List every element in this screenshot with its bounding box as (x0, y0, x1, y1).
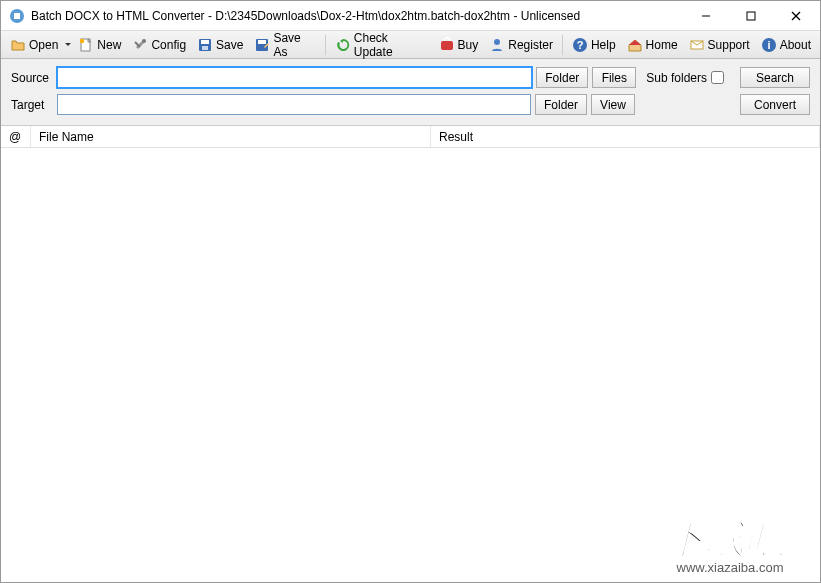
about-label: About (780, 38, 811, 52)
svg-rect-14 (441, 41, 453, 50)
column-at[interactable]: @ (1, 126, 31, 147)
svg-rect-1 (14, 13, 20, 19)
source-files-button[interactable]: Files (592, 67, 636, 88)
buy-label: Buy (458, 38, 479, 52)
sub-folders-label[interactable]: Sub folders (646, 71, 724, 85)
new-icon (78, 37, 94, 53)
check-update-label: Check Update (354, 31, 428, 59)
toolbar: Open New Config Save Save As Check Updat… (1, 31, 820, 59)
svg-rect-11 (202, 46, 208, 50)
about-button[interactable]: i About (756, 34, 816, 56)
save-as-icon (254, 37, 270, 53)
form-area: Source Folder Files Sub folders Search T… (1, 59, 820, 126)
home-icon (627, 37, 643, 53)
svg-text:?: ? (577, 39, 584, 51)
save-icon (197, 37, 213, 53)
home-label: Home (646, 38, 678, 52)
open-dropdown[interactable] (64, 41, 72, 49)
convert-button[interactable]: Convert (740, 94, 810, 115)
home-button[interactable]: Home (622, 34, 683, 56)
open-button[interactable]: Open (5, 34, 63, 56)
svg-rect-13 (258, 40, 266, 44)
sub-folders-checkbox[interactable] (711, 71, 724, 84)
maximize-button[interactable] (728, 2, 773, 30)
help-button[interactable]: ? Help (567, 34, 621, 56)
register-button[interactable]: Register (484, 34, 558, 56)
buy-icon (439, 37, 455, 53)
column-result[interactable]: Result (431, 126, 820, 147)
check-update-button[interactable]: Check Update (330, 28, 433, 62)
toolbar-separator (562, 35, 563, 55)
svg-rect-10 (201, 40, 209, 44)
minimize-button[interactable] (683, 2, 728, 30)
target-input[interactable] (57, 94, 531, 115)
window-title: Batch DOCX to HTML Converter - D:\2345Do… (31, 9, 683, 23)
new-button[interactable]: New (73, 34, 126, 56)
svg-point-8 (142, 39, 146, 43)
open-icon (10, 37, 26, 53)
support-icon (689, 37, 705, 53)
support-label: Support (708, 38, 750, 52)
svg-rect-3 (747, 12, 755, 20)
register-icon (489, 37, 505, 53)
save-label: Save (216, 38, 243, 52)
target-folder-button[interactable]: Folder (535, 94, 587, 115)
target-view-button[interactable]: View (591, 94, 635, 115)
help-icon: ? (572, 37, 588, 53)
config-label: Config (151, 38, 186, 52)
open-label: Open (29, 38, 58, 52)
buy-button[interactable]: Buy (434, 34, 484, 56)
svg-point-15 (494, 39, 500, 45)
source-folder-button[interactable]: Folder (536, 67, 588, 88)
source-input[interactable] (57, 67, 532, 88)
column-filename[interactable]: File Name (31, 126, 431, 147)
config-icon (132, 37, 148, 53)
search-button[interactable]: Search (740, 67, 810, 88)
register-label: Register (508, 38, 553, 52)
svg-point-7 (80, 38, 84, 42)
source-row: Source Folder Files Sub folders Search (11, 67, 810, 88)
config-button[interactable]: Config (127, 34, 191, 56)
app-icon (9, 8, 25, 24)
save-as-label: Save As (273, 31, 315, 59)
source-label: Source (11, 71, 53, 85)
save-as-button[interactable]: Save As (249, 28, 320, 62)
sub-folders-text: Sub folders (646, 71, 707, 85)
help-label: Help (591, 38, 616, 52)
close-button[interactable] (773, 2, 818, 30)
titlebar: Batch DOCX to HTML Converter - D:\2345Do… (1, 1, 820, 31)
target-row: Target Folder View Convert (11, 94, 810, 115)
target-label: Target (11, 98, 53, 112)
about-icon: i (761, 37, 777, 53)
table-header: @ File Name Result (1, 126, 820, 148)
table-body (1, 148, 820, 568)
toolbar-separator (325, 35, 326, 55)
svg-text:i: i (767, 39, 770, 51)
update-icon (335, 37, 351, 53)
support-button[interactable]: Support (684, 34, 755, 56)
new-label: New (97, 38, 121, 52)
save-button[interactable]: Save (192, 34, 248, 56)
